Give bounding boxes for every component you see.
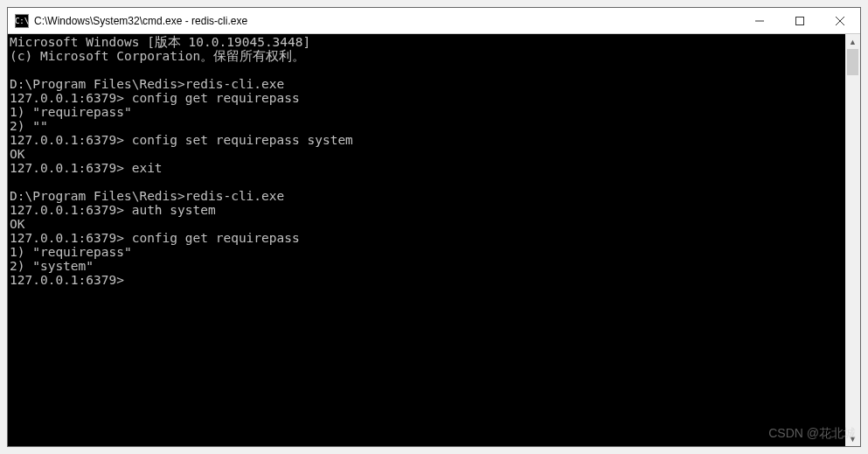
- maximize-icon: [795, 17, 804, 25]
- window-controls: [740, 8, 860, 33]
- scroll-thumb[interactable]: [847, 49, 858, 75]
- maximize-button[interactable]: [780, 8, 820, 33]
- close-button[interactable]: [820, 8, 860, 33]
- minimize-icon: [755, 17, 764, 25]
- console-area: Microsoft Windows [版本 10.0.19045.3448] (…: [8, 34, 860, 446]
- titlebar[interactable]: C:\ C:\Windows\System32\cmd.exe - redis-…: [8, 8, 860, 34]
- window-title: C:\Windows\System32\cmd.exe - redis-cli.…: [34, 15, 740, 27]
- svg-rect-1: [796, 17, 804, 24]
- scroll-up-button[interactable]: ▲: [845, 34, 860, 49]
- console-output[interactable]: Microsoft Windows [版本 10.0.19045.3448] (…: [8, 34, 845, 446]
- vertical-scrollbar[interactable]: ▲ ▼: [845, 34, 860, 446]
- scroll-track[interactable]: [845, 49, 860, 431]
- minimize-button[interactable]: [740, 8, 780, 33]
- scroll-down-button[interactable]: ▼: [845, 431, 860, 446]
- cmd-window: C:\ C:\Windows\System32\cmd.exe - redis-…: [7, 7, 861, 447]
- close-icon: [836, 17, 844, 25]
- app-icon: C:\: [15, 14, 29, 28]
